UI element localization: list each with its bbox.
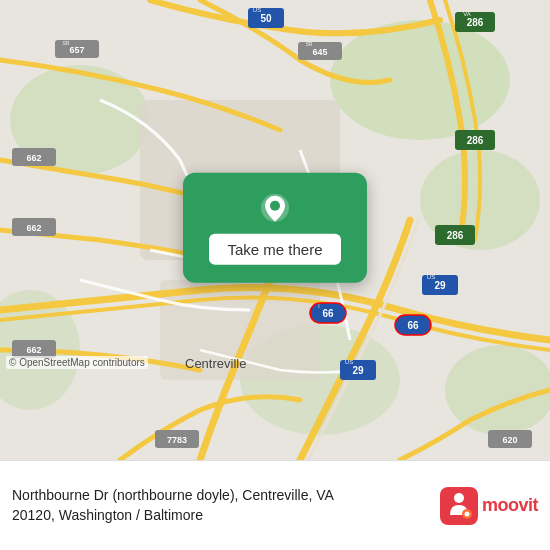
svg-text:66: 66 [407, 320, 419, 331]
svg-text:662: 662 [26, 223, 41, 233]
svg-text:VA: VA [463, 11, 471, 17]
svg-text:7783: 7783 [167, 435, 187, 445]
take-me-there-button[interactable]: Take me there [209, 233, 340, 264]
address-info-bar: Northbourne Dr (northbourne doyle), Cent… [0, 460, 550, 550]
svg-text:US: US [427, 274, 435, 280]
svg-text:29: 29 [434, 280, 446, 291]
svg-point-51 [270, 200, 280, 210]
svg-text:657: 657 [69, 45, 84, 55]
map-view[interactable]: 50 US 286 VA 286 286 657 SR 645 SR 662 6… [0, 0, 550, 460]
svg-point-55 [464, 511, 469, 516]
svg-text:66: 66 [322, 308, 334, 319]
svg-text:US: US [253, 7, 261, 13]
svg-text:662: 662 [26, 345, 41, 355]
svg-text:I: I [318, 303, 319, 309]
moovit-logo: moovit [440, 487, 538, 525]
address-line1: Northbourne Dr (northbourne doyle), Cent… [12, 486, 430, 506]
svg-text:286: 286 [447, 230, 464, 241]
svg-point-5 [445, 345, 550, 435]
location-card: Take me there [183, 173, 367, 283]
svg-text:50: 50 [260, 13, 272, 24]
svg-text:620: 620 [502, 435, 517, 445]
copyright-notice: © OpenStreetMap contributors [6, 356, 148, 369]
svg-point-53 [454, 493, 464, 503]
svg-text:645: 645 [312, 47, 327, 57]
svg-text:286: 286 [467, 17, 484, 28]
moovit-icon [440, 487, 478, 525]
svg-text:SR: SR [306, 41, 313, 47]
svg-text:286: 286 [467, 135, 484, 146]
address-line2: 20120, Washington / Baltimore [12, 506, 430, 526]
svg-text:Centreville: Centreville [185, 356, 246, 371]
svg-text:SR: SR [63, 40, 70, 46]
moovit-label: moovit [482, 495, 538, 516]
svg-text:US: US [345, 359, 353, 365]
svg-text:662: 662 [26, 153, 41, 163]
svg-text:29: 29 [352, 365, 364, 376]
address-text: Northbourne Dr (northbourne doyle), Cent… [12, 486, 430, 525]
location-pin-icon [257, 191, 293, 227]
